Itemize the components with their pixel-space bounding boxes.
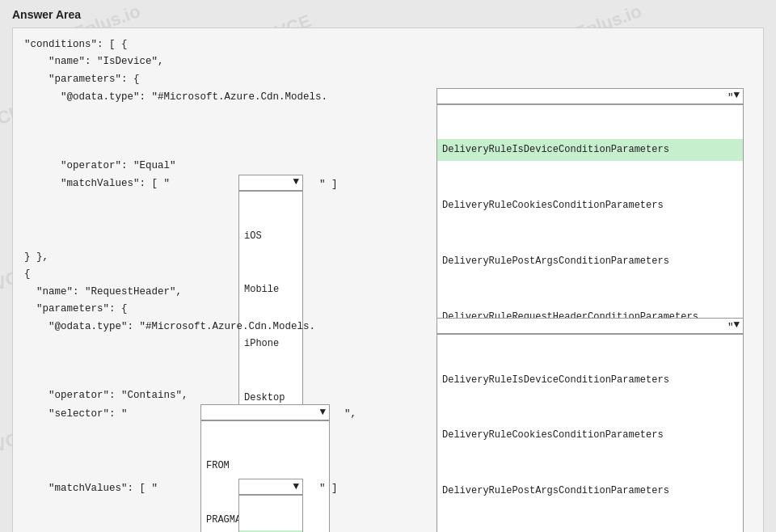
match-close: " ] (319, 176, 338, 193)
comma-suffix-2: " (728, 319, 734, 336)
code-line-3: "parameters": { (24, 71, 752, 88)
right-dropdown-1-item-2[interactable]: DeliveryRuleCookiesConditionParameters (437, 195, 743, 216)
dropdown-arrow-icon-3: ▼ (733, 317, 740, 334)
code-line-14: "matchValues": [ " ▼ iOS Mobile iPhone D… (24, 479, 752, 498)
code-line-1: "conditions": [ { (24, 36, 752, 53)
right-dropdown-2-trigger[interactable]: ▼ (436, 318, 744, 334)
code-block: "conditions": [ { "name": "IsDevice", "p… (12, 27, 764, 532)
right-dropdown-1-trigger[interactable]: ▼ (436, 88, 744, 104)
code-text: "matchValues": [ " (24, 175, 170, 192)
code-line-5: "operator": "Equal" (24, 158, 752, 175)
left-dropdown-3-trigger[interactable]: ▼ (200, 404, 330, 420)
code-line-8: { (24, 266, 752, 283)
code-line-12: "operator": "Contains", (24, 387, 752, 404)
dropdown-arrow-icon: ▼ (733, 87, 740, 104)
code-line-11: "@odata.type": "#Microsoft.Azure.Cdn.Mod… (24, 318, 752, 337)
code-text: "parameters": { (24, 71, 140, 88)
left-dropdown-1-trigger[interactable]: ▼ (238, 175, 303, 191)
code-line-6: "matchValues": [ " ▼ iOS Mobile iPhone D… (24, 175, 752, 194)
code-text: { (24, 266, 31, 283)
answer-area-title: Answer Area (12, 8, 764, 21)
match2-close: " ] (319, 480, 338, 497)
left-dropdown-5-menu: iOS Mobile iPhone Desktop (238, 495, 303, 532)
code-text: "name": "IsDevice", (24, 53, 164, 70)
code-text: "matchValues": [ " (24, 480, 158, 497)
code-text: "operator": "Contains", (24, 387, 188, 404)
right-dropdown-2-container[interactable]: ▼ DeliveryRuleIsDeviceConditionParameter… (436, 318, 744, 532)
code-line-13: "selector": " ▼ FROM PRAGMA X-POWERED-BY… (24, 404, 752, 424)
left-dropdown-5-trigger[interactable]: ▼ (238, 479, 303, 495)
selector-close: ", (344, 406, 356, 423)
code-line-4: "@odata.type": "#Microsoft.Azure.Cdn.Mod… (24, 88, 752, 108)
code-text: "name": "RequestHeader", (24, 284, 182, 301)
code-line-7: } }, (24, 249, 752, 266)
right-dropdown-2-item-2[interactable]: DeliveryRuleCookiesConditionParameters (437, 424, 743, 445)
left-dropdown-1-item-1[interactable]: iOS (239, 226, 302, 246)
left-dropdown-3-item-1[interactable]: FROM (201, 456, 329, 475)
code-line-10: "parameters": { (24, 301, 752, 318)
code-text: "conditions": [ { (24, 36, 128, 53)
code-text: "@odata.type": "#Microsoft.Azure.Cdn.Mod… (24, 89, 327, 106)
code-text: } }, (24, 249, 48, 266)
right-dropdown-2-menu: DeliveryRuleIsDeviceConditionParameters … (436, 334, 744, 532)
dropdown-arrow-icon-2: ▼ (293, 174, 299, 191)
code-line-2: "name": "IsDevice", (24, 53, 752, 70)
comma-suffix: " (728, 90, 734, 107)
code-text: "operator": "Equal" (24, 158, 176, 175)
code-text: "parameters": { (24, 301, 128, 318)
dropdown-arrow-icon-5: ▼ (293, 479, 299, 496)
code-text: "selector": " (24, 406, 128, 423)
left-dropdown-5-container[interactable]: ▼ iOS Mobile iPhone Desktop (238, 479, 303, 532)
code-text: "@odata.type": "#Microsoft.Azure.Cdn.Mod… (24, 319, 315, 336)
code-line-9: "name": "RequestHeader", (24, 284, 752, 301)
dropdown-arrow-icon-4: ▼ (319, 404, 326, 421)
